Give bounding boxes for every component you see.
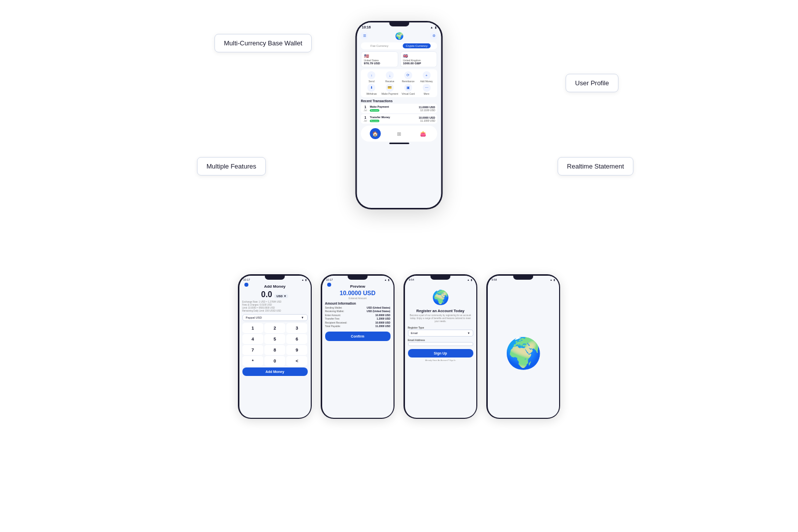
add-money-icon: + — [422, 71, 430, 79]
payment-icon: 💳 — [386, 84, 394, 92]
withdraw-label: Withdraw — [366, 92, 377, 95]
tx1-info: Make Payment Success — [370, 105, 417, 112]
sp3-email-label: Email Address — [408, 339, 473, 342]
uk-flag: 🇬🇧 — [403, 54, 434, 58]
tx2-status: Success — [370, 120, 380, 122]
phone-add-money: 10:17 ▲ ▮ Add Money 0.0 USD ▼ Exchange R… — [238, 274, 312, 419]
numpad-4[interactable]: 4 — [242, 334, 263, 344]
main-phone-mockup: 10:16 ▲ ▮ ☰ 🌍 ⚙ — [356, 21, 443, 209]
numpad-8[interactable]: 8 — [264, 345, 285, 355]
numpad-1[interactable]: 1 — [242, 323, 263, 333]
receive-label: Receive — [386, 80, 395, 83]
tx2-amounts: 10.0000 USD 11.1000 USD — [418, 116, 435, 122]
more-icon: ⋯ — [422, 84, 430, 92]
sp3-register-type-select[interactable]: Email ▼ — [408, 330, 473, 337]
sp1-content: Add Money 0.0 USD ▼ Exchange Rate: 1 USD… — [239, 284, 311, 376]
bottom-nav: 🏠 ⊞ 👛 — [361, 126, 437, 142]
transaction-1: 1 Jul Make Payment Success 11.0000 USD 1… — [361, 104, 437, 113]
numpad-9[interactable]: 9 — [286, 345, 307, 355]
tab-fiat-currency[interactable]: Fiat Currency — [368, 43, 392, 48]
wifi-icon: ▲ — [430, 26, 433, 29]
us-flag: 🇺🇸 — [364, 54, 396, 58]
sp1-paypal-btn[interactable]: Paypal USD ▼ — [242, 314, 308, 321]
phone-notch — [389, 22, 409, 26]
numpad-star[interactable]: * — [242, 356, 263, 366]
sp1-add-money-button[interactable]: Add Money — [242, 367, 308, 376]
action-send[interactable]: ↑ Send — [363, 71, 381, 83]
tx1-month: Jul — [364, 109, 367, 112]
sp3-wifi: ▲ — [467, 278, 470, 281]
sp3-title: Register an Account Today — [408, 309, 473, 313]
add-money-label: Add Money — [420, 80, 432, 83]
sp3-email-input[interactable] — [408, 342, 473, 346]
numpad-2[interactable]: 2 — [264, 323, 285, 333]
numpad-0[interactable]: 0 — [264, 356, 285, 366]
sp2-section-title: Amount Information — [325, 302, 391, 305]
send-label: Send — [369, 80, 375, 83]
sp2-title: Preview — [325, 284, 391, 289]
nav-grid[interactable]: ⊞ — [394, 128, 404, 139]
transaction-2: 1 Jul Transfer Money Success 10.0000 USD… — [361, 114, 437, 124]
phone-splash: 9:58 ▲ ▮ 🌍 — [486, 274, 560, 419]
action-virtual-card[interactable]: ▣ Virtual Card — [399, 84, 417, 95]
action-receive[interactable]: ↓ Receive — [381, 71, 399, 83]
sp2-content: Preview 10.0000 USD Entered Amount Amoun… — [322, 284, 394, 342]
action-withdraw[interactable]: ⬇ Withdraw — [363, 84, 381, 95]
phone-preview: 10:17 ▲ ▮ Preview 10.0000 USD Entered Am… — [321, 274, 395, 419]
top-section: Multi-Currency Base Wallet User Profile … — [0, 0, 798, 239]
sp2-blue-dot — [327, 283, 331, 287]
gbp-amount: 1000.00 GBP — [403, 62, 434, 65]
tx1-day: 1 — [365, 105, 367, 109]
tx1-status: Success — [370, 109, 380, 112]
sp2-amount-label: Entered Amount — [325, 297, 391, 300]
sp2-row5-val: 10.0000 USD — [375, 321, 390, 324]
numpad-3[interactable]: 3 — [286, 323, 307, 333]
numpad-7[interactable]: 7 — [242, 345, 263, 355]
nav-wallet[interactable]: 👛 — [417, 128, 428, 139]
sp3-signup-button[interactable]: Sign Up — [408, 349, 473, 357]
nav-home[interactable]: 🏠 — [370, 128, 381, 139]
tab-crypto-currency[interactable]: Crypto Currency — [402, 43, 430, 48]
currency-tabs: Fiat Currency Crypto Currency — [361, 42, 437, 49]
numpad-6[interactable]: 6 — [286, 334, 307, 344]
sp2-row1-label: Sending Wallet: — [325, 306, 343, 309]
sp2-battery: ▮ — [388, 278, 390, 281]
callout-realtime-text: Realtime Statement — [567, 163, 624, 170]
sp2-row-1: Sending Wallet: USD (United States) — [325, 306, 391, 309]
phone-register: 9:54 ▲ ▮ 🌍 Register an Account Today Bec… — [403, 274, 477, 419]
tx2-amount2: 11.1000 USD — [418, 119, 435, 122]
tx2-info: Transfer Money Success — [370, 116, 417, 122]
action-add-money[interactable]: + Add Money — [418, 71, 435, 83]
action-more[interactable]: ⋯ More — [418, 84, 435, 95]
phone-preview-inner: 10:17 ▲ ▮ Preview 10.0000 USD Entered Am… — [322, 276, 394, 418]
sp3-content: Register an Account Today Become a part … — [405, 309, 476, 362]
tx2-day: 1 — [365, 116, 367, 119]
sp1-battery: ▮ — [305, 278, 307, 281]
numpad-5[interactable]: 5 — [264, 334, 285, 344]
sp3-register-type-value: Email — [411, 332, 418, 335]
callout-multiple-features: Multiple Features — [197, 157, 266, 176]
sp1-info-row-1: Exchange Rate: 1 USD = 1.27684 USD — [242, 301, 308, 303]
sp3-dropdown-icon: ▼ — [467, 332, 470, 335]
sp4-africa-logo: 🌍 — [488, 282, 559, 418]
menu-icon[interactable]: ☰ — [361, 32, 368, 39]
numpad-back[interactable]: < — [286, 356, 307, 366]
page-container: Multi-Currency Base Wallet User Profile … — [0, 0, 798, 532]
sp2-row4-val: 1.2000 USD — [377, 317, 390, 320]
action-make-payment[interactable]: 💳 Make Payment — [381, 84, 399, 95]
sp2-row-3: Enter Amount: 10.0000 USD — [325, 314, 391, 317]
sp1-wifi: ▲ — [302, 278, 304, 281]
sp2-confirm-button[interactable]: Confirm — [325, 332, 391, 341]
sp4-notch — [513, 276, 533, 280]
battery-icon: ▮ — [435, 25, 436, 29]
virtual-card-icon: ▣ — [404, 84, 412, 92]
action-remittance[interactable]: ⟳ Remittance — [399, 71, 417, 83]
main-phone-inner: 10:16 ▲ ▮ ☰ 🌍 ⚙ — [357, 22, 441, 208]
sp1-paypal-label: Paypal USD — [246, 316, 262, 319]
settings-icon[interactable]: ⚙ — [430, 32, 437, 39]
sp2-row-6: Total Payable: 11.2000 USD — [325, 325, 391, 328]
sp2-wifi: ▲ — [385, 278, 387, 281]
phone-header-row: ☰ 🌍 ⚙ — [357, 30, 441, 41]
sp2-row2-label: Receiving Wallet: — [325, 310, 344, 313]
phone-splash-inner: 9:58 ▲ ▮ 🌍 — [488, 276, 559, 418]
